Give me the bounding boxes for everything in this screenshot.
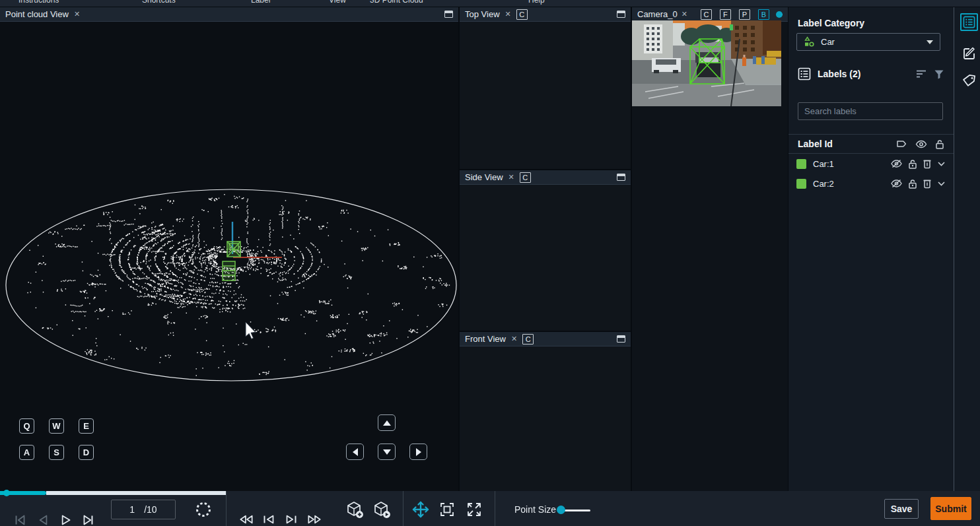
key-e[interactable]: E [79,418,94,434]
labels-count-title: Labels (2) [818,69,909,79]
label-category-title: Label Category [798,18,864,28]
menu-3d-point-cloud[interactable]: 3D Point Cloud [370,0,423,5]
close-icon[interactable]: ✕ [74,11,80,18]
camera-opacity-slider[interactable] [773,9,783,20]
lock-label-button[interactable] [908,179,917,189]
frame-scrubber-track[interactable] [46,491,226,495]
sort-labels-button[interactable] [915,69,927,79]
save-button[interactable]: Save [884,499,919,519]
search-labels-input[interactable] [798,102,943,120]
cube-add-icon [345,500,365,519]
maximize-icon[interactable] [617,335,625,343]
visibility-off-button[interactable] [890,159,903,168]
label-row-car-2[interactable]: Car:2 [788,174,954,193]
pan-down-button[interactable] [378,444,396,460]
toggle-all-visibility-button[interactable] [915,140,927,148]
toggle-all-tags-button[interactable] [896,139,907,148]
expand-label-button[interactable] [937,181,946,187]
edit-panel-tab[interactable] [962,46,977,61]
submit-button[interactable]: Submit [930,497,971,520]
camera-panel: Camera_0 ✕ C F P B [632,7,788,491]
lock-label-button[interactable] [908,159,917,169]
menu-label[interactable]: Label [251,0,270,5]
playback-loop-button[interactable] [194,500,213,519]
maximize-icon[interactable] [617,174,625,181]
skip-next-icon [81,512,96,526]
maximize-icon[interactable] [617,11,625,18]
key-w[interactable]: W [49,418,64,434]
panel-title: Side View [465,172,503,182]
side-view-panel: Side View ✕ C [460,170,631,331]
close-icon[interactable]: ✕ [682,11,687,18]
frame-total: /10 [144,504,157,515]
labels-panel-tab[interactable] [960,13,978,31]
tags-panel-tab[interactable] [962,73,977,88]
camera-toggle-f[interactable]: F [720,9,731,20]
lock-all-button[interactable] [935,139,944,149]
add-cuboid-button[interactable] [345,500,365,519]
key-d[interactable]: D [79,445,94,460]
point-size-slider-knob[interactable] [557,506,565,514]
add-cuboid-autofit-button[interactable] [372,500,392,519]
top-view-c-button[interactable]: C [516,9,528,20]
menu-help[interactable]: Help [528,0,545,5]
play-button[interactable] [57,512,73,526]
camera-toggle-c[interactable]: C [701,9,712,20]
cube-play-icon [372,500,392,519]
label-id-header-row: Label Id [788,134,954,154]
frame-scrubber-knob[interactable] [3,490,10,496]
filter-icon [934,69,944,79]
pan-up-button[interactable] [378,414,396,431]
lock-icon [908,179,917,189]
side-view-c-button[interactable]: C [520,172,531,183]
menu-shortcuts[interactable]: Shortcuts [142,0,176,5]
move-icon [411,500,430,519]
expand-label-button[interactable] [937,161,946,167]
rewind-button[interactable] [238,511,255,526]
close-icon[interactable]: ✕ [505,11,511,18]
key-q[interactable]: Q [19,418,34,434]
fit-view-button[interactable] [438,501,456,518]
divider [495,491,495,526]
maximize-icon[interactable] [444,11,453,18]
slider-knob[interactable] [776,11,783,18]
annotation-app: Instructions Shortcuts Label View 3D Poi… [0,0,980,526]
frame-counter[interactable]: 1 /10 [111,500,176,519]
step-forward-button[interactable] [283,511,300,526]
arrow-left-icon [353,448,358,456]
front-view-c-button[interactable]: C [522,334,534,345]
filter-labels-button[interactable] [934,69,944,79]
menu-view[interactable]: View [329,0,346,5]
first-frame-button[interactable] [12,512,28,526]
chevron-down-icon [937,181,946,187]
close-icon[interactable]: ✕ [511,335,517,343]
panel-title: Top View [465,9,500,19]
key-a[interactable]: A [19,445,34,460]
step-back-button[interactable] [260,511,277,526]
close-icon[interactable]: ✕ [508,174,514,181]
key-s[interactable]: S [49,445,64,460]
pan-right-button[interactable] [409,444,427,460]
fullscreen-button[interactable] [466,501,483,518]
move-tool-button[interactable] [411,500,430,519]
visibility-off-button[interactable] [890,179,903,188]
category-shapes-icon [804,36,815,48]
lock-icon [908,159,917,169]
fast-forward-button[interactable] [306,511,323,526]
divider [403,491,403,526]
label-category-dropdown[interactable]: Car [796,33,940,51]
previous-frame-button[interactable] [35,512,51,526]
camera-image[interactable] [632,20,781,106]
camera-toggle-p[interactable]: P [739,9,750,20]
pan-left-button[interactable] [346,444,364,460]
panel-title: Front View [465,334,506,344]
front-view-panel: Front View ✕ C [460,332,631,491]
next-frame-button[interactable] [81,512,96,526]
delete-label-button[interactable] [923,158,932,169]
camera-toggle-b[interactable]: B [758,9,769,20]
trash-icon [923,158,932,169]
menu-instructions[interactable]: Instructions [18,0,59,5]
label-row-car-1[interactable]: Car:1 [788,154,954,174]
delete-label-button[interactable] [923,178,932,189]
tag-icon [896,139,907,148]
